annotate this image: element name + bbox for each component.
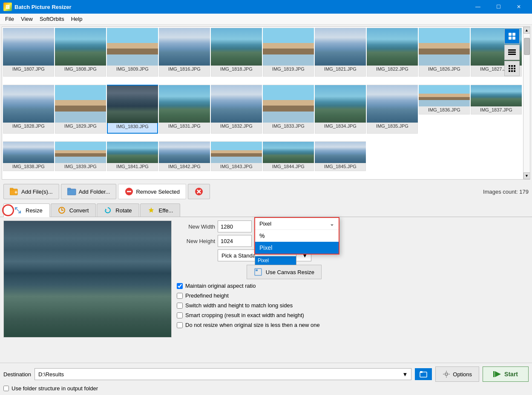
title-bar-controls: — ☐ ✕ xyxy=(468,0,529,14)
new-width-label: New Width xyxy=(177,223,215,230)
scrollbar-vertical[interactable]: ▲ ▼ xyxy=(523,27,530,179)
list-item[interactable]: IMG_1842.JPG xyxy=(159,141,210,171)
menu-help[interactable]: Help xyxy=(68,14,86,23)
list-item[interactable]: IMG_1837.JPG xyxy=(471,85,522,114)
height-option-pixel[interactable]: Pixel xyxy=(255,256,296,265)
maintain-aspect-checkbox[interactable] xyxy=(177,283,183,289)
scroll-track[interactable] xyxy=(523,34,530,172)
list-item[interactable]: IMG_1828.JPG xyxy=(3,85,54,134)
list-item[interactable]: IMG_1816.JPG xyxy=(159,28,210,77)
list-item[interactable]: IMG_1829.JPG xyxy=(55,85,106,134)
list-item[interactable]: IMG_1839.JPG xyxy=(55,141,106,171)
no-resize-label: Do not resize when original size is less… xyxy=(185,322,320,328)
menu-view[interactable]: View xyxy=(17,14,36,23)
list-item[interactable]: IMG_1807.JPG xyxy=(3,28,54,77)
title-bar-left: 🖼 Batch Picture Resizer xyxy=(3,3,72,11)
width-unit-dropdown[interactable]: Pixel ▼ Pixel ⌄ % Pixel xyxy=(254,220,297,232)
width-input[interactable] xyxy=(218,220,252,232)
options-button[interactable]: Options xyxy=(435,366,479,382)
remove-selected-label: Remove Selected xyxy=(136,189,180,195)
list-item[interactable]: IMG_1818.JPG xyxy=(211,28,262,77)
list-item[interactable]: IMG_1831.JPG xyxy=(159,85,210,134)
svg-rect-15 xyxy=(514,70,515,72)
add-files-button[interactable]: + Add File(s)... xyxy=(3,184,59,199)
scroll-up-button[interactable]: ▲ xyxy=(523,27,530,34)
add-folder-button[interactable]: Add Folder... xyxy=(61,184,117,199)
tab-effects[interactable]: Effe... xyxy=(140,203,181,217)
start-button[interactable]: Start xyxy=(483,366,529,382)
switch-wh-label: Switch width and height to match long si… xyxy=(185,302,293,309)
svg-text:+: + xyxy=(14,189,17,195)
svg-rect-3 xyxy=(512,37,515,40)
svg-line-26 xyxy=(15,207,21,213)
list-item[interactable]: IMG_1843.JPG xyxy=(211,141,262,171)
app-title: Batch Picture Resizer xyxy=(14,4,72,10)
tab-resize[interactable]: Resize xyxy=(3,203,50,217)
view-list-button[interactable] xyxy=(504,45,520,60)
list-item[interactable]: IMG_1844.JPG xyxy=(263,141,314,171)
smart-crop-checkbox[interactable] xyxy=(177,312,183,318)
add-files-icon: + xyxy=(10,187,19,196)
svg-rect-7 xyxy=(509,65,510,67)
browse-button[interactable] xyxy=(415,368,432,380)
tab-convert-label: Convert xyxy=(69,207,89,214)
scroll-down-button[interactable]: ▼ xyxy=(523,172,530,179)
view-grid-button[interactable] xyxy=(504,61,520,76)
menu-softorbits[interactable]: SoftOrbits xyxy=(36,14,68,23)
tab-resize-label: Resize xyxy=(26,207,43,214)
list-item[interactable]: IMG_1830.JPG xyxy=(107,85,158,134)
switch-wh-checkbox[interactable] xyxy=(177,303,183,309)
delete-icon xyxy=(194,187,204,196)
checkboxes: Maintain original aspect ratio Predefine… xyxy=(177,283,529,328)
list-item[interactable]: IMG_1808.JPG xyxy=(55,28,106,77)
list-item[interactable]: IMG_1819.JPG xyxy=(263,28,314,77)
menu-bar: File View SoftOrbits Help xyxy=(0,14,532,25)
tabs: Resize Convert Rotate Effe... xyxy=(0,202,532,217)
svg-marker-38 xyxy=(495,371,501,377)
folder-structure-checkbox[interactable] xyxy=(3,386,9,391)
list-item[interactable]: IMG_1809.JPG xyxy=(107,28,158,77)
svg-marker-28 xyxy=(105,209,107,210)
unit-option-percent[interactable]: % xyxy=(255,230,339,242)
predefined-height-checkbox[interactable] xyxy=(177,293,183,299)
close-button[interactable]: ✕ xyxy=(509,0,529,14)
unit-option-pixel[interactable]: Pixel xyxy=(255,242,339,254)
title-bar: 🖼 Batch Picture Resizer — ☐ ✕ xyxy=(0,0,532,14)
list-item[interactable]: IMG_1826.JPG xyxy=(419,28,470,77)
svg-point-33 xyxy=(445,373,448,375)
predefined-height-label: Predefined height xyxy=(185,292,229,299)
minimize-button[interactable]: — xyxy=(468,0,488,14)
list-item[interactable]: IMG_1833.JPG xyxy=(263,85,314,134)
scroll-thumb[interactable] xyxy=(524,38,530,55)
list-item[interactable]: IMG_1841.JPG xyxy=(107,141,158,171)
no-resize-checkbox[interactable] xyxy=(177,322,183,328)
svg-rect-32 xyxy=(420,371,423,373)
list-item[interactable]: IMG_1822.JPG xyxy=(367,28,418,77)
images-count: Images count: 179 xyxy=(483,189,529,195)
list-item[interactable]: IMG_1836.JPG xyxy=(419,85,470,114)
main-container: IMG_1807.JPG IMG_1808.JPG IMG_1809.JPG I… xyxy=(0,25,532,395)
tab-convert[interactable]: Convert xyxy=(51,203,96,217)
list-item[interactable]: IMG_1838.JPG xyxy=(3,141,54,171)
svg-rect-12 xyxy=(514,68,515,69)
destination-input[interactable]: D:\Results ▼ xyxy=(35,368,411,380)
start-icon xyxy=(493,370,502,378)
tab-rotate[interactable]: Rotate xyxy=(97,203,139,217)
remove-icon xyxy=(124,187,134,196)
delete-button[interactable] xyxy=(188,184,210,199)
canvas-btn-label: Use Canvas Resize xyxy=(266,269,314,275)
remove-selected-button[interactable]: Remove Selected xyxy=(118,184,186,199)
list-item[interactable]: IMG_1845.JPG xyxy=(315,141,366,171)
height-input[interactable] xyxy=(218,235,252,247)
dropdown-popup-header: Pixel ⌄ xyxy=(255,218,339,230)
list-item[interactable]: IMG_1832.JPG xyxy=(211,85,262,134)
list-item[interactable]: IMG_1835.JPG xyxy=(367,85,418,134)
menu-file[interactable]: File xyxy=(2,14,17,23)
maximize-button[interactable]: ☐ xyxy=(489,0,508,14)
view-thumbnail-button[interactable] xyxy=(504,29,520,44)
canvas-resize-button[interactable]: Use Canvas Resize xyxy=(247,265,322,279)
maintain-aspect-row: Maintain original aspect ratio xyxy=(177,283,529,289)
list-item[interactable]: IMG_1834.JPG xyxy=(315,85,366,134)
list-item[interactable]: IMG_1821.JPG xyxy=(315,28,366,77)
dropdown-chevron-icon: ⌄ xyxy=(330,220,334,227)
